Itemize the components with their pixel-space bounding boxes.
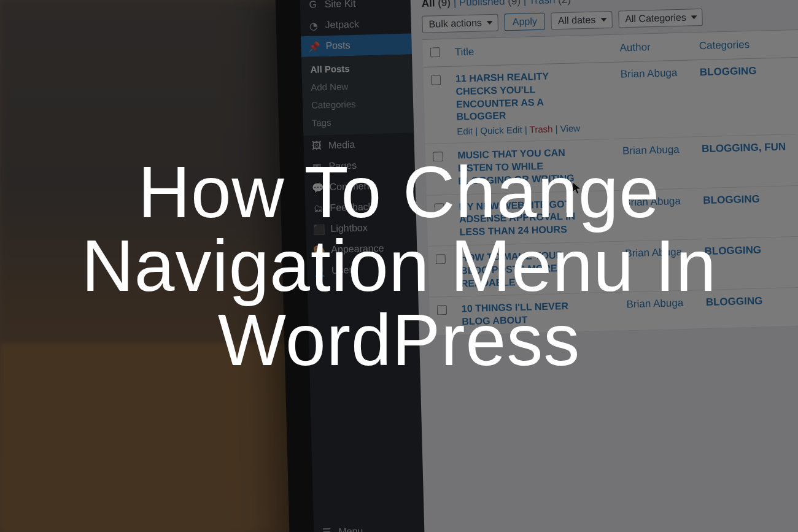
stage: { "overlay": { "headline": "How To Chang…	[0, 0, 798, 532]
headline-overlay: How To Change Navigation Menu In WordPre…	[0, 0, 798, 532]
headline-text: How To Change Navigation Menu In WordPre…	[0, 155, 798, 377]
